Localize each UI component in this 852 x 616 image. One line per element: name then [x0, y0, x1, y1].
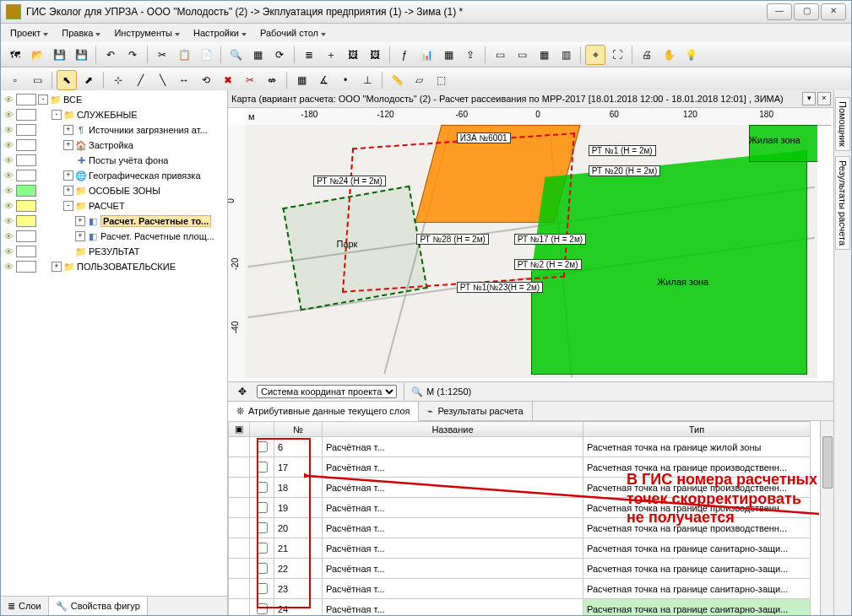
attribute-table[interactable]: ▣ № Название Тип 6Расчётная т...Расчетна… — [228, 421, 834, 615]
layer-label[interactable]: РЕЗУЛЬТАТ — [89, 246, 139, 257]
row-checkbox[interactable] — [250, 478, 274, 498]
layer-label[interactable]: Посты учёта фона — [89, 155, 168, 165]
table-row[interactable]: 21Расчётная т...Расчетная точка на грани… — [229, 538, 811, 559]
eye-icon[interactable]: 👁 — [3, 216, 14, 226]
row-checkbox[interactable] — [250, 559, 274, 579]
snap-grid-icon[interactable]: ▦ — [291, 70, 312, 90]
split-icon[interactable]: ✂ — [240, 70, 260, 90]
expand-icon[interactable]: + — [75, 231, 85, 241]
filter-icon[interactable]: ▦ — [247, 45, 268, 65]
cell-name[interactable]: Расчётная т... — [323, 478, 583, 498]
swatch[interactable] — [16, 261, 36, 273]
select-lasso-icon[interactable]: ⬈ — [79, 70, 99, 90]
expand-icon[interactable]: + — [63, 186, 73, 196]
disconnect-icon[interactable]: ⇎ — [262, 70, 282, 90]
cell-number[interactable]: 19 — [274, 498, 323, 518]
cell-name[interactable]: Расчётная т... — [323, 498, 583, 518]
expand-icon[interactable]: - — [63, 201, 73, 211]
swatch[interactable] — [16, 139, 36, 151]
swatch[interactable] — [16, 124, 36, 136]
cell-number[interactable]: 20 — [274, 518, 323, 538]
export-icon[interactable]: ⇪ — [460, 45, 480, 65]
cell-name[interactable]: Расчётная т... — [323, 538, 583, 559]
cell-number[interactable]: 23 — [274, 579, 323, 599]
save-icon[interactable]: 💾 — [49, 45, 69, 65]
cell-number[interactable]: 17 — [274, 457, 323, 478]
swatch[interactable] — [16, 215, 36, 227]
layer-label[interactable]: Географическая привязка — [89, 170, 201, 181]
cell-number[interactable]: 24 — [274, 599, 323, 616]
cell-name[interactable]: Расчётная т... — [323, 559, 583, 579]
eye-icon[interactable]: 👁 — [3, 125, 14, 135]
rotate-icon[interactable]: ⟲ — [196, 70, 216, 90]
swatch[interactable] — [16, 230, 36, 242]
draw-point-icon[interactable]: ▫ — [5, 70, 25, 90]
cascade-icon[interactable]: ▥ — [556, 45, 576, 65]
row-handle[interactable] — [229, 579, 250, 599]
menu-tools[interactable]: Инструменты — [108, 25, 186, 41]
print-icon[interactable]: 🖨 — [637, 45, 657, 65]
eye-icon[interactable]: 👁 — [3, 186, 14, 196]
copy-icon[interactable]: 📋 — [174, 45, 194, 65]
tab-shape-props[interactable]: 🔧Свойства фигур — [49, 597, 148, 615]
add-layer-icon[interactable]: ＋ — [321, 45, 341, 65]
coord-origin-icon[interactable]: ✥ — [232, 381, 252, 402]
expand-icon[interactable]: + — [52, 262, 62, 272]
tab-calc-results[interactable]: ⌁ Результаты расчета — [419, 402, 532, 420]
col-name[interactable]: Название — [323, 422, 583, 437]
layers-icon[interactable]: ≣ — [299, 45, 319, 65]
row-handle[interactable] — [229, 559, 250, 579]
layer-label[interactable]: Расчет. Расчетные то... — [100, 215, 211, 227]
table-row[interactable]: 6Расчётная т...Расчетная точка на границ… — [229, 437, 811, 457]
layer-label[interactable]: СЛУЖЕБНЫЕ — [77, 110, 138, 120]
delete-node-icon[interactable]: ✖ — [218, 70, 238, 90]
col-type[interactable]: Тип — [583, 422, 811, 437]
eye-icon[interactable]: 👁 — [3, 155, 14, 165]
close-button[interactable]: ✕ — [821, 3, 846, 20]
table-row[interactable]: 23Расчётная т...Расчетная точка на грани… — [229, 579, 811, 599]
expand-icon[interactable]: + — [63, 125, 73, 135]
menu-desktop[interactable]: Рабочий стол — [254, 25, 332, 41]
cell-number[interactable]: 6 — [274, 437, 323, 457]
snap-angle-icon[interactable]: ∡ — [313, 70, 334, 90]
undo-icon[interactable]: ↶ — [100, 45, 121, 65]
layer-label[interactable]: ПОЛЬЗОВАТЕЛЬСКИЕ — [77, 262, 176, 272]
cell-name[interactable]: Расчётная т... — [323, 579, 583, 599]
layer-root-label[interactable]: ВСЕ — [63, 95, 82, 105]
calc-icon[interactable]: ƒ — [394, 45, 415, 65]
hand-icon[interactable]: ✋ — [659, 45, 679, 65]
expand-icon[interactable]: + — [75, 216, 85, 226]
table-scrollbar[interactable] — [820, 421, 834, 615]
cell-number[interactable]: 21 — [274, 538, 323, 559]
cell-type[interactable]: Расчетная точка на границе жилой зоны — [583, 437, 811, 457]
zoom-tool-icon[interactable]: ⛶ — [607, 45, 627, 65]
draw-rect-icon[interactable]: ▭ — [27, 70, 47, 90]
swatch[interactable] — [16, 185, 36, 197]
table-icon[interactable]: ▦ — [438, 45, 459, 65]
row-handle[interactable] — [229, 437, 250, 457]
col-checkbox[interactable] — [250, 422, 274, 437]
row-checkbox[interactable] — [250, 437, 274, 457]
swatch[interactable] — [16, 246, 36, 257]
eye-icon[interactable]: 👁 — [3, 95, 14, 105]
cell-type[interactable]: Расчетная точка на границе санитарно-защ… — [583, 579, 811, 599]
table-row[interactable]: 24Расчётная т...Расчетная точка на грани… — [229, 599, 811, 616]
swatch[interactable] — [16, 200, 36, 212]
layer-label[interactable]: Источники загрязнения ат... — [89, 125, 208, 135]
eye-icon[interactable]: 👁 — [3, 201, 14, 211]
layer-label[interactable]: ОСОБЫЕ ЗОНЫ — [89, 186, 160, 196]
row-handle[interactable] — [229, 599, 250, 616]
menu-edit[interactable]: Правка — [56, 25, 106, 41]
eye-icon[interactable]: 👁 — [3, 140, 14, 150]
row-handle[interactable] — [229, 457, 250, 478]
row-handle[interactable] — [229, 478, 250, 498]
paste-icon[interactable]: 📄 — [196, 45, 216, 65]
expand-icon[interactable]: + — [63, 140, 73, 150]
eye-icon[interactable]: 👁 — [3, 110, 14, 120]
snap-point-icon[interactable]: • — [335, 70, 355, 90]
swatch[interactable] — [16, 94, 36, 105]
maximize-button[interactable]: ▢ — [794, 3, 819, 20]
report-icon[interactable]: 📊 — [416, 45, 437, 65]
row-handle[interactable] — [229, 498, 250, 518]
row-checkbox[interactable] — [250, 599, 274, 616]
